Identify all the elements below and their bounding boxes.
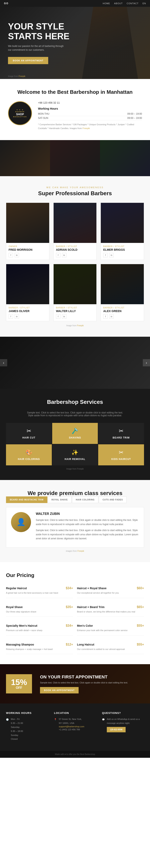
pricing-name-1: Regular Haircut: [6, 587, 27, 590]
nav-home[interactable]: Home: [103, 2, 110, 5]
barber-photo-4: [6, 264, 49, 304]
instagram-icon-5[interactable]: in: [62, 314, 66, 319]
pricing-price-1: $34+: [66, 586, 73, 590]
pricing-price-6: $55+: [137, 624, 144, 627]
facebook-icon-3[interactable]: f: [103, 253, 108, 257]
instagram-icon-4[interactable]: in: [14, 314, 19, 319]
pricing-name-6: Men's Color: [77, 624, 93, 627]
gallery-placeholder-1: [0, 140, 50, 176]
facebook-icon-5[interactable]: f: [56, 314, 61, 319]
footer-location-col: Location 📍 57 Green St, New York, NY 100…: [54, 711, 96, 743]
barber-role-1: OWNER: [9, 245, 47, 248]
hero-title: YOUR STYLE STARTS HERE: [8, 22, 84, 41]
footer-address-2: NY 10001, USA: [59, 721, 84, 725]
hero-image-credit: Image from Freepik: [8, 75, 26, 78]
pricing-item-3: Royal Shave $35+ Our three-step signatur…: [6, 602, 73, 617]
barber-name-1: FRED MORRISON: [9, 248, 47, 251]
premium-paragraph-1: Sample text. Click to select the text bo…: [36, 518, 139, 526]
barber-social-2: f in: [56, 253, 94, 257]
pricing-desc-1: A great hair cut is the best accessory a…: [6, 591, 73, 595]
barber-card-3: BARBER / STYLIST ELMER BRIGGS f in: [101, 203, 144, 260]
service-name-2: Shaving: [69, 436, 81, 439]
instagram-icon-1[interactable]: in: [14, 253, 19, 257]
premium-tab-1[interactable]: BEARD AND MUSTACHE TRIM: [6, 496, 47, 503]
pricing-item-8: Long Haircut $55+ Our commitment is adde…: [77, 640, 144, 654]
barber-social-6: f in: [103, 314, 141, 319]
barber-logo: ✦ ✦ ✦ BARBER SHOP MANHATTAN: [8, 101, 32, 125]
facebook-icon-2[interactable]: f: [56, 253, 61, 257]
pricing-desc-6: Enhance your look with the permanent col…: [77, 629, 144, 632]
slider-next-button[interactable]: ›: [143, 359, 150, 366]
service-item-2[interactable]: 🪒 Shaving: [52, 423, 98, 444]
slider-prev-button[interactable]: ‹: [0, 359, 7, 366]
barber-photo-2: [53, 203, 97, 243]
premium-tab-4[interactable]: CUTS AND FADES: [99, 496, 126, 503]
premium-section: We provide premium class services BEARD …: [0, 480, 150, 562]
footer-hours-col: Working Hours 🕐 Mon - Fri 9.30 – 21:00 S…: [6, 711, 48, 743]
navigation: GO Home About Contact en: [0, 0, 150, 7]
pricing-name-8: Long Haircut: [77, 643, 94, 646]
barber-card-6: BARBER / STYLIST ALEX GREEN f in: [101, 264, 144, 321]
footer-questions-desc: Add us on WhatsApp & send us a message a…: [107, 717, 144, 725]
barber-info-1: OWNER FRED MORRISON f in: [6, 243, 49, 260]
instagram-icon-6[interactable]: in: [109, 314, 114, 319]
instagram-icon-3[interactable]: in: [109, 253, 114, 257]
services-desc: Sample text. Click to select the text bo…: [25, 411, 125, 417]
facebook-icon-4[interactable]: f: [9, 314, 13, 319]
footer-email[interactable]: support@barbershop.com: [59, 725, 84, 728]
footer-questions-button[interactable]: 125-622-8596: [107, 727, 125, 732]
gallery-strip: [0, 140, 150, 176]
premium-tab-2[interactable]: ROYAL SHAVE: [48, 496, 72, 503]
barber-role-5: BARBER / STYLIST: [56, 307, 94, 309]
pricing-header-3: Royal Shave $35+: [6, 605, 73, 609]
beard-trim-icon: ✂: [119, 428, 123, 434]
service-item-6[interactable]: ✂ Kids Haircut: [98, 444, 144, 465]
pricing-header-2: Haircut + Royal Shave $60+: [77, 586, 144, 590]
premium-person-name: WALTER ZUBIN: [36, 512, 139, 516]
facebook-icon-6[interactable]: f: [103, 314, 108, 319]
service-item-3[interactable]: ✂ Beard Trim: [98, 423, 144, 444]
nav-lang[interactable]: en: [143, 2, 146, 5]
services-title: Barbershop Services: [6, 399, 144, 405]
promo-section: 15% OFF ON YOUR FIRST APPOINTMENT Sample…: [0, 664, 150, 704]
footer-hours-value-2: 9.30 – 18:00: [11, 729, 23, 733]
pricing-grid: Regular Haircut $34+ A great hair cut is…: [6, 583, 144, 654]
premium-tab-3[interactable]: HAIR COLORING: [72, 496, 99, 503]
barbers-label: WE CAN MAKE YOUR AWESOMENESS: [6, 186, 144, 189]
instagram-icon-2[interactable]: in: [62, 253, 66, 257]
service-item-5[interactable]: ✨ Hair Removal: [52, 444, 98, 465]
kids-haircut-icon: ✂: [119, 449, 123, 456]
footer-hours-label-3: Sunday: [11, 733, 23, 737]
pricing-header-4: Haircut + Beard Trim $65+: [77, 605, 144, 609]
barber-social-5: f in: [56, 314, 94, 319]
footer-hours-label-2: Saturday: [11, 725, 23, 729]
service-item-1[interactable]: ✂ Hair Cut: [6, 423, 52, 444]
hours-list: MON-THU 09:00 – 19:00 SAT-SUN 09:00 – 19…: [38, 112, 142, 120]
barber-name-6: ALEX GREEN: [103, 309, 141, 313]
gallery-placeholder-3: [100, 140, 150, 176]
promo-button[interactable]: BOOK AN APPOINTMENT: [40, 687, 79, 693]
facebook-icon-1[interactable]: f: [9, 253, 13, 257]
barber-role-4: BARBER / STYLIST: [9, 307, 47, 309]
nav-contact[interactable]: Contact: [126, 2, 139, 5]
premium-avatar: 👤: [11, 512, 31, 532]
pricing-price-8: $55+: [137, 643, 144, 646]
pricing-item-7: Massaging Shampoo $12+ Relaxing shampoo …: [6, 640, 73, 654]
nav-about[interactable]: About: [114, 2, 123, 5]
service-name-6: Kids Haircut: [111, 458, 131, 461]
pricing-header-5: Specialty Men's Haircut $34+: [6, 624, 73, 627]
footer: Working Hours 🕐 Mon - Fri 9.30 – 21:00 S…: [0, 704, 150, 751]
pricing-name-4: Haircut + Beard Trim: [77, 606, 104, 609]
pricing-price-3: $35+: [66, 605, 73, 609]
barber-info-5: BARBER / STYLIST WALTER LILLY f in: [53, 304, 97, 321]
promo-percent: 15%: [11, 678, 27, 687]
barber-card-5: BARBER / STYLIST WALTER LILLY f in: [53, 264, 97, 321]
barber-social-3: f in: [103, 253, 141, 257]
welcome-features: * Comprehensive Barber Services * Gift P…: [38, 123, 142, 130]
pricing-desc-4: Beard or shave, we bring the difference …: [77, 610, 144, 614]
service-item-4[interactable]: 🎨 Hair Coloring: [6, 444, 52, 465]
pricing-header-7: Massaging Shampoo $12+: [6, 643, 73, 646]
barbers-grid: OWNER FRED MORRISON f in BARBER / STYLIS…: [6, 203, 144, 321]
location-icon: 📍: [54, 718, 57, 722]
hero-cta-button[interactable]: BOOK AN APPOINTMENT: [8, 57, 48, 64]
